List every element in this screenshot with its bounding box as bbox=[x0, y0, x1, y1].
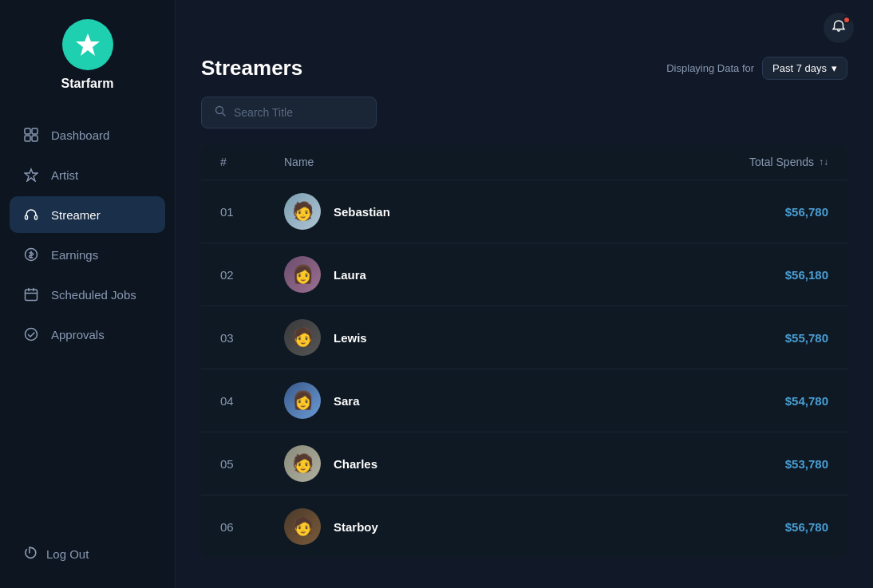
col-number: # bbox=[220, 156, 284, 168]
row-spends: $56,780 bbox=[669, 205, 828, 219]
sidebar-item-streamer-label: Streamer bbox=[51, 208, 101, 222]
streamers-table: # Name Total Spends ↑↓ 01 🧑 Sebastian $5… bbox=[201, 144, 847, 558]
calendar-icon bbox=[22, 286, 40, 303]
table-row[interactable]: 04 👩 Sara $54,780 bbox=[201, 369, 847, 432]
headphones-icon bbox=[22, 206, 40, 223]
search-bar bbox=[201, 97, 377, 128]
sidebar-item-approvals[interactable]: Approvals bbox=[10, 316, 165, 353]
table-header: # Name Total Spends ↑↓ bbox=[201, 144, 847, 180]
row-rank: 01 bbox=[220, 205, 284, 219]
streamer-name: Starboy bbox=[334, 520, 378, 534]
row-name-cell: 👩 Laura bbox=[284, 256, 669, 293]
data-filter: Displaying Data for Past 7 days ▾ bbox=[666, 57, 847, 80]
star-icon bbox=[22, 166, 40, 184]
logo-icon bbox=[62, 19, 113, 70]
sidebar-item-earnings[interactable]: Earnings bbox=[10, 236, 165, 273]
svg-rect-1 bbox=[25, 128, 30, 134]
row-rank: 05 bbox=[220, 457, 284, 471]
row-name-cell: 🧑 Starboy bbox=[284, 508, 669, 545]
svg-point-10 bbox=[26, 329, 38, 341]
table-row[interactable]: 05 🧑 Charles $53,780 bbox=[201, 432, 847, 495]
sidebar-item-dashboard-label: Dashboard bbox=[51, 128, 109, 142]
row-rank: 03 bbox=[220, 331, 284, 345]
col-spends-label: Total Spends bbox=[749, 156, 814, 168]
logo-area: Starfarm bbox=[0, 19, 175, 91]
avatar: 👩 bbox=[284, 382, 321, 419]
table-row[interactable]: 02 👩 Laura $56,180 bbox=[201, 243, 847, 306]
streamer-name: Lewis bbox=[334, 331, 367, 345]
row-name-cell: 👩 Sara bbox=[284, 382, 669, 419]
check-circle-icon bbox=[22, 326, 40, 343]
page-title: Streamers bbox=[201, 56, 302, 81]
row-spends: $55,780 bbox=[669, 331, 828, 345]
table-row[interactable]: 01 🧑 Sebastian $56,780 bbox=[201, 180, 847, 243]
svg-marker-5 bbox=[25, 169, 38, 181]
power-icon bbox=[22, 546, 37, 562]
sidebar-item-streamer[interactable]: Streamer bbox=[10, 196, 165, 233]
top-bar bbox=[176, 0, 873, 43]
streamer-name: Laura bbox=[334, 268, 366, 282]
sidebar-item-earnings-label: Earnings bbox=[51, 248, 98, 262]
sort-icon[interactable]: ↑↓ bbox=[819, 156, 828, 168]
filter-dropdown[interactable]: Past 7 days ▾ bbox=[762, 57, 847, 80]
row-rank: 02 bbox=[220, 268, 284, 282]
dollar-icon bbox=[22, 246, 40, 263]
row-name-cell: 🧑 Lewis bbox=[284, 319, 669, 356]
svg-rect-9 bbox=[26, 290, 38, 301]
avatar: 🧑 bbox=[284, 193, 321, 230]
streamer-name: Charles bbox=[334, 457, 377, 471]
nav-menu: Dashboard Artist Streamer bbox=[0, 116, 175, 527]
notification-dot bbox=[843, 16, 851, 24]
col-spends: Total Spends ↑↓ bbox=[669, 156, 828, 168]
content-area: Streamers Displaying Data for Past 7 day… bbox=[176, 43, 873, 588]
avatar: 🧑 bbox=[284, 319, 321, 356]
sidebar-item-scheduled-jobs-label: Scheduled Jobs bbox=[51, 288, 136, 302]
row-spends: $56,780 bbox=[669, 520, 828, 534]
svg-rect-3 bbox=[25, 136, 30, 141]
avatar: 🧑 bbox=[284, 445, 321, 482]
svg-rect-2 bbox=[32, 128, 38, 134]
logout-label: Log Out bbox=[46, 547, 89, 561]
col-name: Name bbox=[284, 156, 669, 168]
sidebar-item-artist[interactable]: Artist bbox=[10, 156, 165, 193]
content-header: Streamers Displaying Data for Past 7 day… bbox=[201, 56, 847, 81]
svg-rect-7 bbox=[35, 215, 38, 219]
sidebar: Starfarm Dashboard Artist bbox=[0, 0, 176, 588]
avatar: 🧑 bbox=[284, 508, 321, 545]
main-content: Streamers Displaying Data for Past 7 day… bbox=[176, 0, 873, 588]
app-name: Starfarm bbox=[61, 77, 114, 91]
table-body: 01 🧑 Sebastian $56,780 02 👩 Laura $56,18… bbox=[201, 180, 847, 558]
svg-marker-0 bbox=[76, 34, 100, 56]
logout-button[interactable]: Log Out bbox=[19, 539, 156, 569]
notification-button[interactable] bbox=[824, 13, 854, 43]
search-icon bbox=[215, 105, 226, 120]
row-name-cell: 🧑 Charles bbox=[284, 445, 669, 482]
filter-value: Past 7 days bbox=[772, 62, 827, 74]
streamer-name: Sebastian bbox=[334, 205, 390, 219]
sidebar-item-scheduled-jobs[interactable]: Scheduled Jobs bbox=[10, 276, 165, 313]
table-row[interactable]: 06 🧑 Starboy $56,780 bbox=[201, 495, 847, 558]
avatar: 👩 bbox=[284, 256, 321, 293]
display-data-label: Displaying Data for bbox=[666, 62, 754, 74]
sidebar-item-dashboard[interactable]: Dashboard bbox=[10, 116, 165, 153]
chevron-down-icon: ▾ bbox=[832, 62, 837, 74]
logout-area: Log Out bbox=[0, 539, 175, 569]
svg-rect-4 bbox=[32, 136, 38, 141]
row-spends: $53,780 bbox=[669, 457, 828, 471]
row-name-cell: 🧑 Sebastian bbox=[284, 193, 669, 230]
table-row[interactable]: 03 🧑 Lewis $55,780 bbox=[201, 306, 847, 369]
search-input[interactable] bbox=[234, 106, 363, 119]
row-rank: 06 bbox=[220, 520, 284, 534]
sidebar-item-approvals-label: Approvals bbox=[51, 328, 105, 341]
row-rank: 04 bbox=[220, 394, 284, 408]
streamer-name: Sara bbox=[334, 394, 360, 408]
svg-rect-6 bbox=[26, 215, 28, 219]
grid-icon bbox=[22, 126, 40, 144]
sidebar-item-artist-label: Artist bbox=[51, 168, 78, 182]
row-spends: $54,780 bbox=[669, 394, 828, 408]
row-spends: $56,180 bbox=[669, 268, 828, 282]
